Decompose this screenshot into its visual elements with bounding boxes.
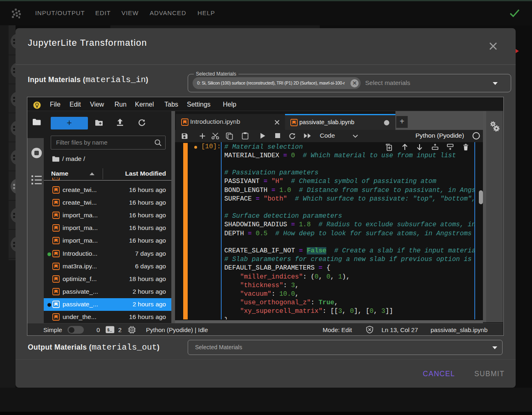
svg-text:$_: $_ xyxy=(107,328,112,332)
